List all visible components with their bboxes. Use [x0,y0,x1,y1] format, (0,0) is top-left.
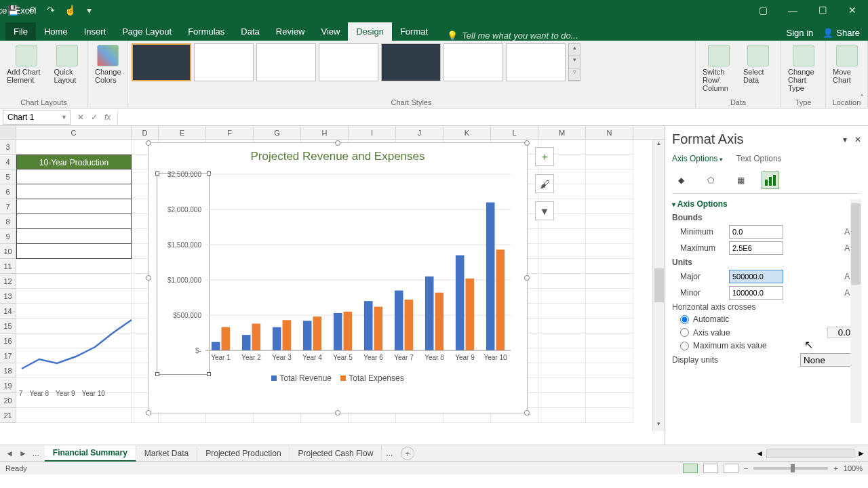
chart-style-6[interactable] [443,43,503,81]
row-header-11[interactable]: 11 [0,259,16,274]
col-header-C[interactable]: C [16,126,132,139]
maximize-button[interactable]: ☐ [814,1,831,19]
row-header-21[interactable]: 21 [0,408,16,423]
row-header-16[interactable]: 16 [0,333,16,348]
col-header-M[interactable]: M [538,126,586,139]
share-button[interactable]: 👤 Share [823,28,860,38]
worksheet-grid[interactable]: CDEFGHIJKLMN 3410-Year Production5678910… [0,126,665,445]
row-header-12[interactable]: 12 [0,274,16,289]
col-header-H[interactable]: H [301,126,349,139]
tab-insert[interactable]: Insert [76,22,115,41]
col-header-N[interactable]: N [586,126,633,139]
col-header-E[interactable]: E [159,126,206,139]
zoom-level[interactable]: 100% [844,464,863,472]
axis-options-icon[interactable] [762,171,779,189]
chart-style-3[interactable] [256,43,316,81]
chart-filters-button[interactable]: ▼ [535,201,554,220]
tab-formulas[interactable]: Formulas [180,22,233,41]
size-properties-icon[interactable]: ▦ [732,171,749,189]
tab-view[interactable]: View [313,22,348,41]
name-box-dropdown-icon[interactable]: ▼ [61,114,67,121]
vertical-scrollbar[interactable]: ▴▾ [652,140,665,431]
change-colors-button[interactable]: Change Colors [92,43,124,85]
switch-row-column-button[interactable]: Switch Row/ Column [700,43,738,94]
styles-scroll[interactable]: ▴▾▿ [568,43,580,81]
row-header-6[interactable]: 6 [0,184,16,199]
close-button[interactable]: ✕ [844,1,861,19]
chart-style-1[interactable] [132,43,191,81]
col-header-K[interactable]: K [443,126,491,139]
sheet-tab-market-data[interactable]: Market Data [136,446,197,461]
row-header-18[interactable]: 18 [0,363,16,378]
row-header-7[interactable]: 7 [0,199,16,214]
sheet-tab-financial-summary[interactable]: Financial Summary [45,445,136,462]
view-page-break-button[interactable] [724,464,738,473]
quick-layout-button[interactable]: Quick Layout [51,43,83,85]
col-header-I[interactable]: I [349,126,396,139]
sheet-tab-projected-cash-flow[interactable]: Projected Cash Flow [290,446,382,461]
tab-file[interactable]: File [5,22,36,41]
minor-unit-input[interactable] [729,286,783,300]
tab-data[interactable]: Data [233,22,267,41]
chart-style-4[interactable] [319,43,378,81]
tab-design[interactable]: Design [348,22,391,41]
sheet-nav-more[interactable]: ... [33,449,39,458]
col-header-D[interactable]: D [132,126,159,139]
effects-icon[interactable]: ⬠ [702,171,719,189]
chart-styles-gallery[interactable]: ▴▾▿ [132,43,580,81]
row-header-19[interactable]: 19 [0,378,16,393]
radio-automatic[interactable] [680,315,689,324]
row-header-15[interactable]: 15 [0,319,16,333]
chart-style-7[interactable] [506,43,566,81]
major-unit-input[interactable] [729,270,783,283]
sheet-tab-projected-production[interactable]: Projected Production [197,446,290,461]
collapse-ribbon-icon[interactable]: ˄ [860,94,864,103]
col-header-L[interactable]: L [491,126,538,139]
ribbon-display-options-icon[interactable]: ▢ [754,1,772,19]
select-data-button[interactable]: Select Data [741,43,776,85]
row-header-10[interactable]: 10 [0,244,16,259]
tab-text-options[interactable]: Text Options [736,154,782,163]
chart-elements-button[interactable]: ＋ [535,147,554,166]
task-pane-options-icon[interactable]: ▾ [843,135,847,144]
zoom-out-button[interactable]: − [744,464,748,472]
formula-bar-input[interactable] [117,110,868,125]
chart-style-2[interactable] [194,43,254,81]
cancel-formula-icon[interactable]: ✕ [77,113,84,122]
view-normal-button[interactable] [683,464,698,473]
sheet-nav-prev-icon[interactable]: ◄ [5,449,14,458]
row-header-9[interactable]: 9 [0,229,16,244]
row-header-14[interactable]: 14 [0,304,16,319]
col-header-F[interactable]: F [206,126,254,139]
zoom-slider[interactable] [753,467,828,470]
tab-home[interactable]: Home [36,22,76,41]
embedded-chart[interactable]: ＋ 🖌 ▼ Projected Revenue and Expenses $-$… [148,142,528,413]
chart-style-5[interactable] [381,43,441,81]
enter-formula-icon[interactable]: ✓ [91,113,98,122]
col-header-J[interactable]: J [396,126,443,139]
section-axis-options[interactable]: Axis Options [672,199,861,209]
new-sheet-button[interactable]: ＋ [401,447,414,460]
row-header-8[interactable]: 8 [0,214,16,229]
tab-axis-options[interactable]: Axis Options [672,154,723,163]
fx-icon[interactable]: fx [104,113,111,122]
signin-link[interactable]: Sign in [787,28,814,38]
view-page-layout-button[interactable] [703,464,718,473]
fill-line-icon[interactable]: ◆ [672,171,690,189]
select-all-cell[interactable] [0,126,16,139]
tab-review[interactable]: Review [268,22,313,41]
task-pane-close-icon[interactable]: ✕ [854,135,861,144]
add-chart-element-button[interactable]: Add Chart Element [4,43,48,85]
change-chart-type-button[interactable]: Change Chart Type [785,43,821,94]
radio-max-axis-value[interactable] [680,342,689,350]
row-header-5[interactable]: 5 [0,169,16,184]
name-box[interactable]: Chart 1 ▼ [3,110,71,125]
maximum-input[interactable] [729,241,783,255]
minimum-input[interactable] [729,225,783,239]
col-header-G[interactable]: G [254,126,301,139]
row-header-20[interactable]: 20 [0,393,16,408]
horizontal-scrollbar[interactable]: ◄► [755,449,868,458]
sheet-nav-next-icon[interactable]: ► [19,449,27,458]
row-header-4[interactable]: 4 [0,155,16,169]
sheet-tabs-overflow[interactable]: ... [382,449,397,458]
